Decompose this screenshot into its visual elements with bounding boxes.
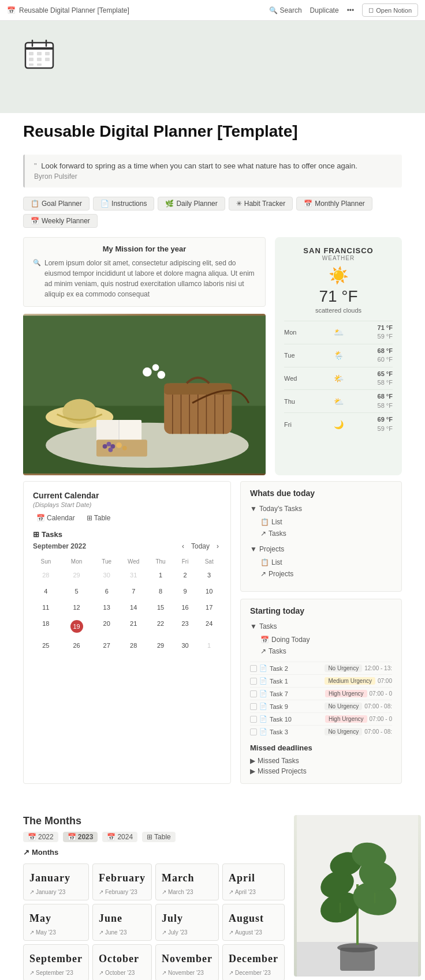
projects-toggle[interactable]: ▼ Projects	[250, 544, 392, 554]
task-checkbox-2[interactable]	[250, 690, 257, 697]
month-link-4: ↗ May '23	[29, 929, 83, 936]
cal-cell[interactable]: 29	[59, 567, 95, 583]
task-checkbox-0[interactable]	[250, 665, 257, 672]
page-icon	[23, 38, 402, 78]
cal-cell[interactable]: 19	[59, 615, 95, 637]
month-name-0: January	[29, 872, 83, 884]
month-card-february[interactable]: February ↗ February '23	[92, 863, 152, 900]
projects-list-item[interactable]: 📋 List	[257, 557, 392, 568]
cal-cell[interactable]: 5	[59, 583, 95, 599]
table-tab[interactable]: ⊞ Table	[142, 832, 176, 842]
month-card-april[interactable]: April ↗ April '23	[222, 863, 285, 900]
year-tab-2022[interactable]: 📅 2022	[23, 832, 58, 842]
cal-cell[interactable]: 10	[197, 583, 221, 599]
cal-today-button[interactable]: Today	[191, 542, 210, 550]
cal-cell[interactable]: 16	[173, 599, 197, 615]
todays-tasks-toggle[interactable]: ▼ Today's Tasks	[250, 504, 392, 514]
month-card-june[interactable]: June ↗ June '23	[92, 904, 152, 941]
duplicate-button[interactable]: Duplicate	[310, 6, 339, 14]
svg-rect-6	[45, 52, 50, 55]
tab-goal-planner[interactable]: 📋 Goal Planner	[23, 197, 90, 211]
calendar-tab-table[interactable]: ⊞ Table	[83, 513, 114, 523]
cal-cell[interactable]: 25	[33, 637, 59, 654]
month-card-september[interactable]: September ↗ September '23	[23, 944, 89, 980]
cal-cell[interactable]: 26	[59, 637, 95, 654]
month-card-october[interactable]: October ↗ October '23	[92, 944, 152, 980]
tasks-starting-toggle[interactable]: ▼ Tasks	[250, 621, 392, 632]
cal-cell[interactable]: 7	[119, 583, 148, 599]
task-checkbox-5[interactable]	[250, 729, 257, 735]
month-card-august[interactable]: August ↗ August '23	[222, 904, 285, 941]
cal-cell[interactable]: 6	[94, 583, 119, 599]
month-card-january[interactable]: January ↗ January '23	[23, 863, 89, 900]
month-card-march[interactable]: March ↗ March '23	[155, 863, 219, 900]
todays-tasks-section: ▼ Today's Tasks 📋 List ↗ Tasks	[250, 504, 392, 539]
cal-cell[interactable]: 23	[173, 615, 197, 637]
task-urgency-3: No Urgency	[325, 703, 362, 710]
todays-tasks-tasks-item[interactable]: ↗ Tasks	[257, 528, 392, 539]
month-card-december[interactable]: December ↗ December '23	[222, 944, 285, 980]
tab-weekly-planner[interactable]: 📅 Weekly Planner	[23, 214, 98, 228]
cal-cell[interactable]: 20	[94, 615, 119, 637]
search-button[interactable]: 🔍 Search	[269, 6, 302, 14]
tab-daily-planner[interactable]: 🌿 Daily Planner	[158, 197, 225, 211]
year-tab-2024[interactable]: 📅 2024	[102, 832, 137, 842]
task-checkbox-3[interactable]	[250, 703, 257, 710]
month-card-july[interactable]: July ↗ July '23	[155, 904, 219, 941]
cal-cell[interactable]: 30	[173, 637, 197, 654]
cal-cell[interactable]: 30	[94, 567, 119, 583]
cal-cell[interactable]: 14	[119, 599, 148, 615]
todays-tasks-list-item[interactable]: 📋 List	[257, 516, 392, 528]
cal-cell[interactable]: 15	[148, 599, 173, 615]
cal-next-button[interactable]: ›	[214, 541, 221, 551]
months-expand-toggle[interactable]: ↗ Months	[23, 848, 285, 857]
cal-cell[interactable]: 21	[119, 615, 148, 637]
task-file-icon-4: 📄	[259, 715, 267, 723]
cal-cell[interactable]: 24	[197, 615, 221, 637]
cal-cell[interactable]: 12	[59, 599, 95, 615]
projects-tasks-item[interactable]: ↗ Projects	[257, 568, 392, 580]
quote-author: Byron Pulsifer	[34, 172, 393, 181]
more-options-icon[interactable]: •••	[347, 6, 355, 14]
cal-cell[interactable]: 1	[197, 637, 221, 654]
cal-cell[interactable]: 9	[173, 583, 197, 599]
cal-cell[interactable]: 29	[148, 637, 173, 654]
tab-habit-tracker[interactable]: ✳ Habit Tracker	[229, 197, 293, 211]
task-checkbox-1[interactable]	[250, 678, 257, 685]
year-tab-2023[interactable]: 📅 2023	[63, 832, 98, 842]
month-name-5: June	[99, 913, 146, 925]
cal-cell[interactable]: 3	[197, 567, 221, 583]
open-notion-button[interactable]: ◻ Open Notion	[362, 3, 418, 17]
calendar-tab-calendar[interactable]: 📅 Calendar	[33, 513, 79, 523]
cal-cell[interactable]: 31	[119, 567, 148, 583]
doing-today-item[interactable]: 📅 Doing Today	[257, 634, 392, 645]
tab-monthly-planner[interactable]: 📅 Monthly Planner	[296, 197, 372, 211]
nav-tabs: 📋 Goal Planner 📄 Instructions 🌿 Daily Pl…	[23, 197, 402, 228]
cal-cell[interactable]: 28	[119, 637, 148, 654]
cal-cell[interactable]: 17	[197, 599, 221, 615]
cal-cell[interactable]: 22	[148, 615, 173, 637]
cal-cell[interactable]: 1	[148, 567, 173, 583]
tab-instructions[interactable]: 📄 Instructions	[93, 197, 154, 211]
cal-cell[interactable]: 4	[33, 583, 59, 599]
task-time-2: 07:00 - 0	[370, 690, 392, 697]
weather-row-fri: Fri 🌙 69 °F 59 °F	[284, 412, 393, 435]
cal-cell[interactable]: 2	[173, 567, 197, 583]
month-card-may[interactable]: May ↗ May '23	[23, 904, 89, 941]
cal-cell[interactable]: 18	[33, 615, 59, 637]
cal-prev-button[interactable]: ‹	[180, 541, 187, 551]
month-link-icon-6: ↗	[162, 929, 166, 936]
missed-projects-link[interactable]: ▶ Missed Projects	[250, 766, 392, 776]
cal-cell[interactable]: 8	[148, 583, 173, 599]
tasks-starting-item[interactable]: ↗ Tasks	[257, 645, 392, 657]
month-link-9: ↗ October '23	[99, 970, 146, 976]
cal-cell[interactable]: 13	[94, 599, 119, 615]
cal-cell[interactable]: 27	[94, 637, 119, 654]
cal-month-label: September 2022	[33, 542, 86, 550]
cal-cell[interactable]: 28	[33, 567, 59, 583]
today-indicator: 19	[70, 620, 83, 633]
missed-tasks-link[interactable]: ▶ Missed Tasks	[250, 756, 392, 766]
task-checkbox-4[interactable]	[250, 716, 257, 723]
cal-cell[interactable]: 11	[33, 599, 59, 615]
month-card-november[interactable]: November ↗ November '23	[155, 944, 219, 980]
